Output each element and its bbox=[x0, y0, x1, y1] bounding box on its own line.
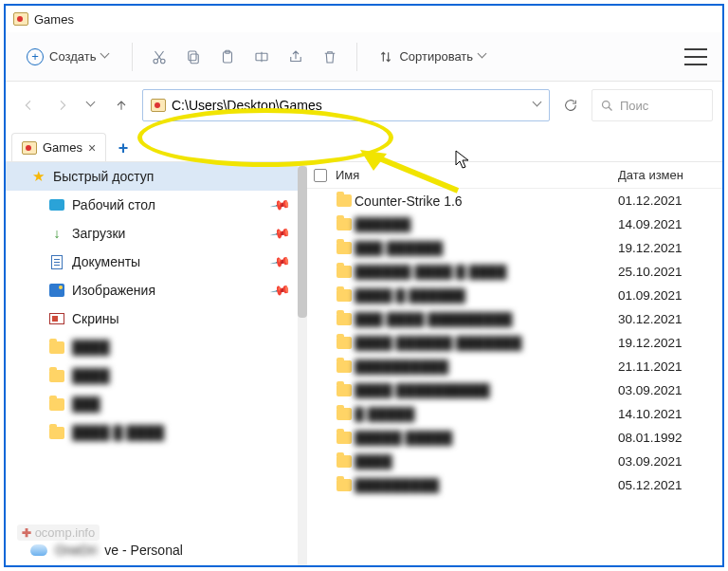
sidebar-item[interactable]: ★Быстрый доступ bbox=[6, 162, 298, 191]
file-date: 19.12.2021 bbox=[618, 336, 722, 350]
svg-rect-3 bbox=[189, 51, 196, 61]
folder-icon bbox=[49, 396, 64, 412]
separator bbox=[132, 43, 133, 71]
sidebar-item-label: ████ █ ████ bbox=[72, 425, 164, 440]
title-bar: Games bbox=[6, 6, 722, 32]
select-all-checkbox[interactable] bbox=[314, 169, 327, 182]
plus-icon: + bbox=[27, 48, 44, 65]
file-row[interactable]: ████ █ ██████01.09.2021 bbox=[307, 284, 722, 307]
file-name: ██████ bbox=[355, 217, 618, 232]
file-name: ████ ██████████ bbox=[355, 383, 618, 398]
sidebar-item[interactable]: Скрины bbox=[6, 304, 298, 333]
sidebar-item[interactable]: ████ bbox=[6, 361, 298, 390]
view-menu-button[interactable] bbox=[681, 42, 711, 72]
document-icon bbox=[49, 254, 64, 269]
file-date: 14.10.2021 bbox=[618, 407, 722, 421]
close-tab-button[interactable]: × bbox=[88, 140, 96, 156]
delete-button[interactable] bbox=[315, 42, 345, 72]
file-row[interactable]: ████ ██████████03.09.2021 bbox=[307, 378, 722, 402]
file-name: ██████ ████ █ ████ bbox=[355, 265, 618, 280]
sidebar-item-label: OneDri bbox=[55, 543, 97, 558]
address-bar[interactable] bbox=[142, 89, 550, 121]
sidebar-item-label: Быстрый доступ bbox=[53, 169, 154, 184]
address-input[interactable] bbox=[172, 98, 528, 113]
folder-icon bbox=[151, 98, 166, 113]
sidebar-item[interactable]: ↓Загрузки📌 bbox=[6, 219, 298, 248]
refresh-button[interactable] bbox=[557, 92, 584, 119]
forward-button[interactable] bbox=[49, 92, 76, 119]
search-placeholder: Поис bbox=[620, 99, 648, 113]
explorer-window: Games + Создать Сортировать bbox=[4, 4, 724, 567]
share-button[interactable] bbox=[281, 42, 311, 72]
cut-button[interactable] bbox=[144, 42, 174, 72]
sort-button[interactable]: Сортировать bbox=[369, 44, 498, 70]
tab-label: Games bbox=[43, 140, 82, 155]
file-name: █████ █████ bbox=[355, 431, 618, 446]
file-name: ███ ██████ bbox=[355, 241, 618, 256]
chevron-down-icon bbox=[101, 52, 111, 62]
svg-rect-2 bbox=[191, 54, 198, 64]
new-button-label: Создать bbox=[49, 49, 96, 64]
file-row[interactable]: █████ █████08.01.1992 bbox=[307, 426, 722, 450]
sort-button-label: Сортировать bbox=[399, 49, 473, 64]
paste-button[interactable] bbox=[212, 42, 243, 72]
chevron-down-icon bbox=[479, 52, 488, 62]
file-date: 05.12.2021 bbox=[618, 478, 722, 492]
sidebar-scrollbar[interactable] bbox=[298, 162, 307, 565]
sidebar-item-label: ████ bbox=[72, 368, 110, 383]
sidebar-item[interactable]: ████ bbox=[6, 333, 298, 361]
folder-icon bbox=[334, 455, 355, 468]
sidebar-item[interactable]: ███ bbox=[6, 390, 298, 418]
sidebar-item-onedrive[interactable]: OneDrive - Personal bbox=[6, 535, 298, 565]
folder-icon bbox=[334, 360, 355, 373]
window-title: Games bbox=[34, 12, 74, 27]
file-row[interactable]: ███ ██████19.12.2021 bbox=[307, 236, 722, 260]
sidebar-item-label: Рабочий стол bbox=[72, 197, 155, 212]
file-row[interactable]: ████ ██████ ███████19.12.2021 bbox=[307, 331, 722, 355]
pin-icon: 📌 bbox=[269, 223, 291, 245]
file-name: █████████ bbox=[355, 478, 618, 493]
column-header-date[interactable]: Дата измен bbox=[618, 168, 722, 182]
file-date: 03.09.2021 bbox=[618, 383, 722, 397]
file-row[interactable]: █████████05.12.2021 bbox=[307, 473, 722, 497]
file-row[interactable]: ██████ ████ █ ████25.10.2021 bbox=[307, 260, 722, 284]
folder-icon bbox=[49, 340, 64, 355]
file-date: 21.11.2021 bbox=[618, 359, 722, 374]
scrollbar-thumb[interactable] bbox=[298, 166, 307, 318]
folder-icon bbox=[334, 337, 355, 349]
file-row[interactable]: █ █████14.10.2021 bbox=[307, 402, 722, 426]
sidebar-item[interactable]: Изображения📌 bbox=[6, 276, 298, 304]
pin-icon: 📌 bbox=[269, 251, 291, 273]
copy-button[interactable] bbox=[178, 42, 209, 72]
column-header-name[interactable]: Имя bbox=[334, 168, 618, 182]
hamburger-icon bbox=[684, 48, 707, 65]
file-row[interactable]: ███ ████ █████████30.12.2021 bbox=[307, 307, 722, 331]
file-row[interactable]: Counter-Strike 1.601.12.2021 bbox=[307, 189, 722, 212]
up-button[interactable] bbox=[108, 92, 135, 119]
file-name: ████ ██████ ███████ bbox=[355, 336, 618, 351]
recent-locations-button[interactable] bbox=[87, 101, 97, 110]
folder-icon bbox=[49, 368, 64, 383]
file-name: ████ █ ██████ bbox=[355, 288, 618, 304]
nav-bar: Поис bbox=[6, 82, 722, 129]
sidebar-item[interactable]: Документы📌 bbox=[6, 248, 298, 276]
file-row[interactable]: ██████████21.11.2021 bbox=[307, 355, 722, 378]
address-history-button[interactable] bbox=[534, 101, 543, 110]
search-icon bbox=[600, 99, 614, 113]
file-row[interactable]: ██████14.09.2021 bbox=[307, 212, 722, 236]
back-button[interactable] bbox=[15, 92, 42, 119]
sidebar-item-label: Изображения bbox=[72, 283, 155, 298]
sidebar-item[interactable]: ████ █ ████ bbox=[6, 418, 298, 447]
new-tab-button[interactable]: + bbox=[110, 135, 136, 161]
rename-button[interactable] bbox=[246, 42, 277, 72]
file-row[interactable]: ████03.09.2021 bbox=[307, 450, 722, 473]
main-area: ★Быстрый доступРабочий стол📌↓Загрузки📌До… bbox=[6, 161, 722, 565]
new-button[interactable]: + Создать bbox=[17, 43, 120, 71]
tab-games[interactable]: Games × bbox=[11, 133, 106, 161]
file-name: █ █████ bbox=[355, 407, 618, 422]
tab-strip: Games × + bbox=[6, 129, 722, 161]
sidebar-item-label: Скрины bbox=[72, 311, 119, 326]
search-box[interactable]: Поис bbox=[592, 89, 713, 121]
sidebar-item[interactable]: Рабочий стол📌 bbox=[6, 191, 298, 219]
folder-icon bbox=[22, 140, 37, 156]
